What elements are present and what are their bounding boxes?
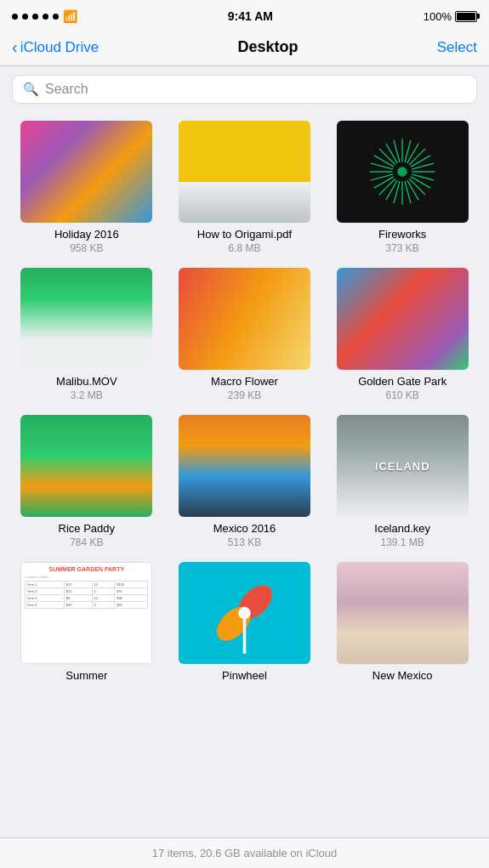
footer-label: 17 items, 20.6 GB available on iCloud [152, 847, 338, 859]
svg-line-9 [379, 179, 395, 195]
file-item[interactable]: Mexico 2016 513 KB [170, 415, 320, 548]
status-time: 9:41 AM [228, 9, 273, 23]
file-thumbnail: SUMMER GARDEN PARTY Location details Ite… [20, 562, 152, 664]
file-thumb-container [179, 121, 310, 223]
file-thumb-container [20, 268, 152, 370]
svg-line-3 [409, 179, 425, 195]
file-name: Golden Gate Park [358, 375, 446, 389]
file-item[interactable]: Rice Paddy 784 KB [12, 415, 162, 548]
file-item[interactable]: Pinwheel [170, 562, 320, 684]
file-name: Holiday 2016 [54, 228, 119, 242]
file-name: Macro Flower [211, 375, 278, 389]
file-size: 610 KB [385, 389, 418, 401]
file-thumb-container [337, 121, 469, 223]
file-thumb-container [20, 415, 152, 517]
signal-dot [12, 14, 18, 20]
svg-line-15 [379, 149, 395, 165]
signal-area: 📶 [12, 9, 77, 23]
file-thumb-container [337, 268, 469, 370]
file-size: 139.1 MB [380, 536, 424, 548]
file-thumb-container [337, 562, 469, 664]
iceland-text: ICELAND [375, 459, 430, 472]
file-thumb-container [179, 268, 310, 370]
select-button[interactable]: Select [437, 39, 477, 56]
search-placeholder: Search [45, 82, 88, 97]
file-item[interactable]: Fireworks 373 KB [327, 121, 477, 254]
file-name: Malibu.MOV [56, 375, 117, 389]
file-name: Fireworks [378, 228, 426, 242]
file-item[interactable]: Malibu.MOV 3.2 MB [12, 268, 162, 401]
file-size: 239 KB [228, 389, 261, 401]
file-item[interactable]: New Mexico [327, 562, 477, 684]
search-bar[interactable]: 🔍 Search [12, 75, 477, 104]
file-item[interactable]: ICELAND Iceland.key 139.1 MB [327, 415, 477, 548]
file-thumb-container [179, 415, 310, 517]
file-item[interactable]: SUMMER GARDEN PARTY Location details Ite… [12, 562, 162, 684]
search-container: 🔍 Search [0, 66, 489, 112]
file-item[interactable]: How to Origami.pdf 6.8 MB [170, 121, 320, 254]
file-thumbnail [179, 121, 310, 223]
wifi-icon: 📶 [63, 9, 77, 23]
chevron-left-icon: ‹ [12, 37, 18, 57]
file-thumbnail [337, 268, 469, 370]
svg-line-21 [409, 149, 425, 165]
navigation-bar: ‹ iCloud Drive Desktop Select [0, 31, 489, 66]
file-name: How to Origami.pdf [197, 228, 292, 242]
file-size: 958 KB [70, 242, 103, 254]
signal-dot [22, 14, 28, 20]
file-size: 6.8 MB [228, 242, 260, 254]
file-thumbnail [20, 415, 152, 517]
battery-percent: 100% [424, 10, 452, 23]
file-thumbnail [20, 121, 152, 223]
file-size: 373 KB [385, 242, 418, 254]
file-size: 3.2 MB [71, 389, 103, 401]
status-bar: 📶 9:41 AM 100% [0, 0, 489, 31]
file-thumbnail [337, 121, 469, 223]
signal-dot [43, 14, 48, 20]
file-thumb-container [20, 121, 152, 223]
file-size: 784 KB [70, 536, 103, 548]
files-grid: Holiday 2016 958 KB How to Origami.pdf 6… [0, 112, 489, 692]
back-button[interactable]: ‹ iCloud Drive [12, 37, 99, 57]
file-name: New Mexico [372, 669, 433, 684]
file-item[interactable]: Macro Flower 239 KB [170, 268, 320, 401]
file-item[interactable]: Holiday 2016 958 KB [12, 121, 162, 254]
file-item[interactable]: Golden Gate Park 610 KB [327, 268, 477, 401]
file-thumbnail [179, 268, 310, 370]
back-label: iCloud Drive [20, 39, 100, 56]
file-thumbnail [179, 415, 310, 517]
signal-dot [53, 14, 59, 20]
file-size: 513 KB [228, 536, 261, 548]
file-name: Rice Paddy [59, 522, 115, 536]
file-thumb-container: SUMMER GARDEN PARTY Location details Ite… [20, 562, 152, 664]
file-thumbnail [20, 268, 152, 370]
file-thumbnail [337, 562, 469, 664]
file-thumbnail [179, 562, 310, 664]
search-icon: 🔍 [23, 82, 39, 97]
file-name: Summer [65, 669, 107, 684]
svg-point-24 [397, 167, 407, 177]
battery-icon [455, 11, 477, 22]
file-name: Iceland.key [374, 522, 430, 536]
file-thumb-container: ICELAND [337, 415, 469, 517]
signal-dot [32, 14, 38, 20]
file-name: Pinwheel [222, 669, 267, 684]
file-thumb-container [179, 562, 310, 664]
footer-bar: 17 items, 20.6 GB available on iCloud [0, 837, 489, 868]
page-title: Desktop [238, 38, 299, 56]
file-name: Mexico 2016 [213, 522, 276, 536]
file-thumbnail: ICELAND [337, 415, 469, 517]
battery-area: 100% [424, 10, 477, 23]
